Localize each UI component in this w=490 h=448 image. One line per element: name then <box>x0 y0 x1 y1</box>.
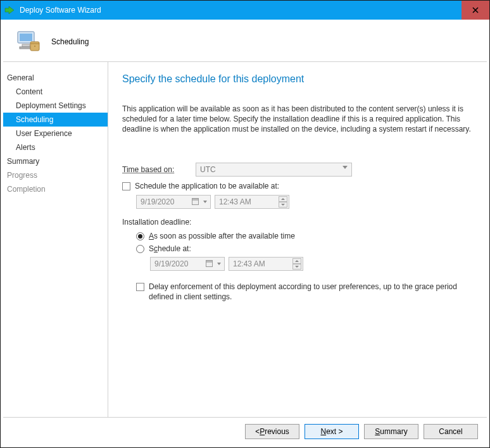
radio-asap-row: As soon as possible after the available … <box>136 232 473 240</box>
window-title: Deploy Software Wizard <box>18 6 462 15</box>
delay-enforcement-row: Delay enforcement of this deployment acc… <box>136 282 473 302</box>
time-based-row: Time based on: UTC <box>122 163 473 177</box>
sidebar-item-deployment-settings[interactable]: Deployment Settings <box>3 99 108 113</box>
available-time-value: 12:43 AM <box>219 197 251 206</box>
deadline-label: Installation deadline: <box>122 218 473 227</box>
summary-button[interactable]: Summary <box>364 424 418 439</box>
sidebar-item-alerts[interactable]: Alerts <box>3 140 108 154</box>
radio-schedule[interactable] <box>136 245 144 253</box>
sidebar-item-content[interactable]: Content <box>3 85 108 99</box>
wizard-step-title: Scheduling <box>51 37 89 46</box>
schedule-available-checkbox[interactable] <box>122 182 130 190</box>
chevron-down-icon <box>342 166 348 169</box>
radio-asap-label: As soon as possible after the available … <box>149 232 295 240</box>
available-date-picker[interactable]: 9/19/2020 <box>136 195 211 209</box>
time-based-label: Time based on: <box>122 165 196 174</box>
deadline-date-value: 9/19/2020 <box>154 259 188 268</box>
calendar-icon <box>192 198 199 205</box>
computer-deploy-icon <box>16 29 41 54</box>
radio-schedule-row: Schedule at: <box>136 244 473 253</box>
spinner-up-icon[interactable] <box>279 196 287 202</box>
deadline-date-picker[interactable]: 9/19/2020 <box>150 257 225 271</box>
spinner-down-icon[interactable] <box>292 264 301 270</box>
available-time-picker[interactable]: 12:43 AM <box>215 195 289 209</box>
page-description: This application will be available as so… <box>122 104 473 135</box>
sidebar-item-progress[interactable]: Progress <box>3 168 108 182</box>
wizard-footer: < Previous Next > Summary Cancel <box>3 417 487 445</box>
sidebar: General Content Deployment Settings Sche… <box>3 62 108 417</box>
available-date-value: 9/19/2020 <box>141 197 174 206</box>
schedule-available-row: Schedule the application to be available… <box>122 182 473 192</box>
wizard-header: Scheduling <box>3 22 487 62</box>
sidebar-item-general[interactable]: General <box>3 71 108 85</box>
wizard-body: General Content Deployment Settings Sche… <box>3 62 487 417</box>
radio-schedule-label: Schedule at: <box>149 244 191 253</box>
previous-button[interactable]: < Previous <box>245 424 299 439</box>
next-button[interactable]: Next > <box>305 424 359 439</box>
deadline-time-picker[interactable]: 12:43 AM <box>229 257 303 271</box>
close-icon <box>472 7 479 13</box>
close-button[interactable] <box>462 1 489 20</box>
calendar-icon <box>206 260 213 267</box>
delay-enforcement-checkbox[interactable] <box>136 283 144 291</box>
svg-point-5 <box>34 46 35 47</box>
time-based-combobox[interactable]: UTC <box>196 163 352 177</box>
time-based-value: UTC <box>200 165 216 174</box>
cancel-button[interactable]: Cancel <box>424 424 478 439</box>
spinner-down-icon[interactable] <box>279 202 287 208</box>
spinner-up-icon[interactable] <box>292 258 301 264</box>
time-spinner[interactable] <box>292 258 301 270</box>
deadline-time-value: 12:43 AM <box>233 259 265 268</box>
app-arrow-icon <box>1 1 18 20</box>
titlebar: Deploy Software Wizard <box>1 1 489 20</box>
sidebar-item-completion[interactable]: Completion <box>3 182 108 196</box>
page-heading: Specify the schedule for this deployment <box>122 73 473 85</box>
available-datetime-row: 9/19/2020 12:43 AM <box>136 195 473 209</box>
chevron-down-icon <box>217 263 221 265</box>
sidebar-item-scheduling[interactable]: Scheduling <box>3 113 108 127</box>
schedule-available-label: Schedule the application to be available… <box>135 182 279 192</box>
chevron-down-icon <box>203 201 207 203</box>
sidebar-item-summary[interactable]: Summary <box>3 154 108 168</box>
wizard-content: Specify the schedule for this deployment… <box>108 62 487 417</box>
sidebar-item-user-experience[interactable]: User Experience <box>3 127 108 140</box>
delay-enforcement-label: Delay enforcement of this deployment acc… <box>149 282 465 302</box>
svg-rect-2 <box>22 44 30 47</box>
time-spinner[interactable] <box>279 196 287 208</box>
svg-rect-1 <box>20 34 32 41</box>
deadline-datetime-row: 9/19/2020 12:43 AM <box>150 257 473 271</box>
radio-asap[interactable] <box>136 232 144 240</box>
